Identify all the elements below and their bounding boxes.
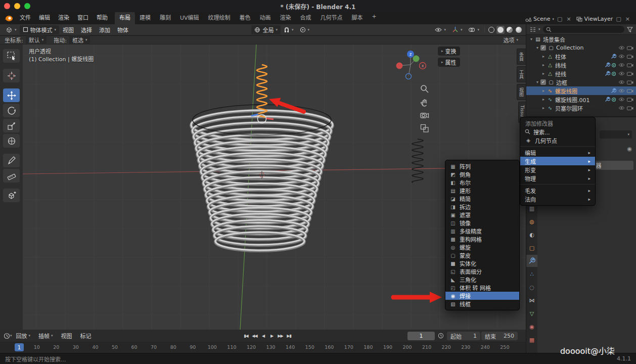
eye-icon[interactable] <box>618 97 625 102</box>
menu-item-extra-1[interactable]: 法向▸ <box>520 195 595 203</box>
axis-y-ball[interactable] <box>413 56 420 62</box>
axis-x-neg-ball[interactable] <box>396 63 403 69</box>
coord-system-select[interactable]: 默认 ▾ <box>26 35 47 44</box>
collection-checkbox[interactable]: ✓ <box>540 45 546 51</box>
zoom-window-button[interactable] <box>24 3 30 9</box>
minimize-button[interactable] <box>14 3 20 9</box>
workspace-tab-10[interactable]: 脚本 <box>347 11 368 24</box>
modifier-item-12[interactable]: ■实体化 <box>445 259 519 267</box>
properties-tab-texture[interactable]: ▦ <box>526 334 537 346</box>
camera-icon[interactable] <box>627 54 633 59</box>
eye-icon[interactable] <box>618 54 625 59</box>
ortho-grid-icon[interactable] <box>420 123 430 133</box>
camera-icon[interactable] <box>627 97 633 102</box>
outliner-row[interactable]: ▾▤场景集合 <box>526 35 636 43</box>
menu-item-search[interactable]: 搜索... <box>520 127 595 136</box>
outliner-row[interactable]: ▾✓▢边框 <box>526 78 636 86</box>
modifier-item-1[interactable]: ◩倒角 <box>445 170 519 178</box>
properties-tab-object[interactable]: ▢ <box>526 242 537 254</box>
rotate-tool-button[interactable] <box>3 104 20 117</box>
gizmos-dropdown[interactable]: ▾ <box>449 26 466 33</box>
workspace-tab-2[interactable]: 雕刻 <box>155 11 175 24</box>
menu-3[interactable]: 窗口 <box>73 11 93 24</box>
viewlayer-selector[interactable]: ViewLayer ▢ × <box>574 16 633 24</box>
filter-icon[interactable] <box>627 27 633 32</box>
transform-overlay-panel[interactable]: ▸ 变换 <box>438 47 460 56</box>
add-cube-tool-button[interactable] <box>3 189 20 202</box>
frame-start-field[interactable]: 起始 1 <box>447 332 480 340</box>
expand-arrow-icon[interactable]: ▸ <box>540 88 547 93</box>
options-dropdown[interactable]: 选项 ▾ <box>500 35 521 44</box>
modifier-item-5[interactable]: ◨拆边 <box>445 203 519 211</box>
modifier-item-2[interactable]: ◧布尔 <box>445 178 519 187</box>
sidebar-tab-1[interactable]: 工具 <box>517 66 526 82</box>
shading-material-button[interactable] <box>506 26 514 34</box>
expand-arrow-icon[interactable]: ▸ <box>540 71 547 76</box>
properties-tab-modifier[interactable] <box>526 255 537 267</box>
drag-mode-select[interactable]: 框选 ▾ <box>69 35 90 44</box>
select-box-tool-button[interactable] <box>3 49 20 63</box>
viewport-menu-0[interactable]: 视图 <box>59 25 77 34</box>
modifier-item-13[interactable]: ◱表面细分 <box>445 267 519 276</box>
annotate-tool-button[interactable] <box>3 154 20 167</box>
modifier-item-14[interactable]: ◣三角化 <box>445 276 519 284</box>
modifier-item-8[interactable]: ▥多级精度 <box>445 227 519 235</box>
viewport-menu-2[interactable]: 添加 <box>96 25 114 34</box>
jump-start-button[interactable]: ▮◀ <box>242 334 250 338</box>
camera-icon[interactable] <box>627 80 633 84</box>
outliner-editor-icon[interactable] <box>529 27 536 32</box>
menu-item-3[interactable]: 物理▸ <box>520 174 595 183</box>
modifier-item-7[interactable]: ◫镜像 <box>445 219 519 227</box>
sidebar-tab-2[interactable]: 视图 <box>517 84 526 100</box>
timeline-menu-2[interactable]: 视图 <box>57 332 76 340</box>
proportional-editing-toggle[interactable]: ▾ <box>297 26 313 33</box>
camera-icon[interactable] <box>627 46 633 50</box>
properties-tab-world[interactable]: ◐ <box>526 229 537 241</box>
menu-2[interactable]: 渲染 <box>54 11 73 24</box>
editor-type-selector[interactable]: ▾ <box>3 26 20 33</box>
playhead[interactable]: 1 <box>15 343 24 351</box>
outliner-row[interactable]: ▸△纬线 <box>526 61 636 69</box>
workspace-tab-3[interactable]: UV编辑 <box>175 11 204 24</box>
measure-tool-button[interactable] <box>3 169 20 183</box>
timeline-menu-3[interactable]: 标记 <box>76 332 96 340</box>
workspace-tab-0[interactable]: 布局 <box>115 11 135 24</box>
outliner-row[interactable]: ▸△经线 <box>526 69 636 78</box>
current-frame-field[interactable]: 1 <box>407 332 435 340</box>
camera-view-icon[interactable] <box>420 110 430 120</box>
object-name-field[interactable]: ▾ <box>600 130 632 139</box>
viewport-menu-1[interactable]: 选择 <box>77 25 96 34</box>
properties-tab-material[interactable]: ◉ <box>526 321 537 333</box>
properties-tab-particles[interactable]: ∴ <box>526 268 537 280</box>
camera-icon[interactable] <box>627 106 633 110</box>
modifier-item-11[interactable]: ▢蒙皮 <box>445 251 519 259</box>
play-reverse-button[interactable]: ◀ <box>259 334 267 338</box>
menu-item-0[interactable]: 编辑▸ <box>520 148 595 157</box>
menu-4[interactable]: 帮助 <box>93 11 112 24</box>
new-scene-icon[interactable]: ▢ <box>556 16 563 22</box>
outliner-search-input[interactable] <box>543 26 624 33</box>
eye-icon[interactable] <box>618 63 625 67</box>
close-button[interactable] <box>4 3 10 9</box>
camera-icon[interactable] <box>627 63 633 67</box>
expand-arrow-icon[interactable]: ▸ <box>540 54 547 59</box>
properties-tab-data[interactable]: ▽ <box>526 307 537 320</box>
axis-z-neg-ball[interactable] <box>406 74 412 79</box>
modifier-item-0[interactable]: ▦阵列 <box>445 162 519 170</box>
pin-icon[interactable]: ◉ <box>627 146 632 152</box>
modifier-item-4[interactable]: ◪精简 <box>445 195 519 203</box>
eye-icon[interactable] <box>618 106 625 110</box>
camera-icon[interactable] <box>627 71 633 76</box>
timeline-menu-1[interactable]: 插帧▾ <box>34 332 57 340</box>
outliner-row[interactable]: ▸∿螺旋线圈 <box>526 86 636 95</box>
sidebar-tab-0[interactable]: 条目 <box>517 49 526 65</box>
modifier-item-9[interactable]: ▩重构网格 <box>445 235 519 243</box>
outliner-row[interactable]: ▸∿贝塞尔圆环 <box>526 104 636 112</box>
next-keyframe-button[interactable]: ▶▶ <box>276 334 285 338</box>
collection-checkbox[interactable]: ✓ <box>540 79 546 85</box>
outliner-row[interactable]: ▸△柱体 <box>526 52 636 61</box>
outliner-row[interactable]: ▸∿螺旋线圈.001 <box>526 95 636 104</box>
blender-logo-icon[interactable] <box>4 15 13 22</box>
expand-arrow-icon[interactable]: ▾ <box>528 37 534 41</box>
transform-orientation-selector[interactable]: 全局 ▾ <box>251 25 281 34</box>
